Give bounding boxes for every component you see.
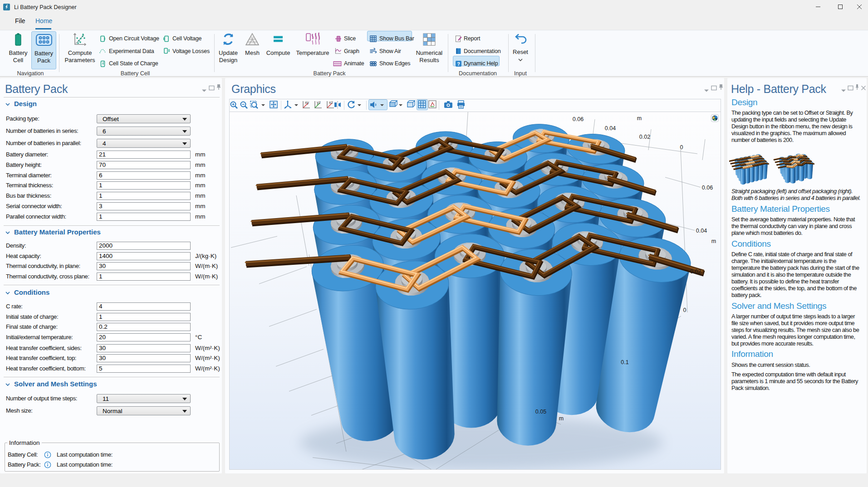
svg-text:yz: yz: [317, 100, 321, 105]
svg-text:0.04: 0.04: [696, 228, 707, 234]
svg-text:xy: xy: [305, 100, 309, 105]
svg-text:0.1: 0.1: [621, 359, 628, 365]
svg-text:0.04: 0.04: [605, 125, 616, 131]
svg-text:0.05: 0.05: [535, 409, 546, 415]
svg-text:0: 0: [680, 144, 683, 151]
svg-text:0.06: 0.06: [573, 116, 584, 122]
svg-text:0.06: 0.06: [702, 185, 713, 191]
svg-text:0: 0: [683, 307, 687, 313]
svg-text:0: 0: [433, 468, 436, 470]
svg-text:m: m: [711, 238, 716, 244]
svg-text:m: m: [559, 415, 564, 422]
svg-text:?: ?: [457, 61, 460, 67]
svg-text:0.02: 0.02: [639, 134, 650, 140]
svg-text:m: m: [637, 115, 642, 122]
svg-text:0.02: 0.02: [690, 268, 701, 275]
